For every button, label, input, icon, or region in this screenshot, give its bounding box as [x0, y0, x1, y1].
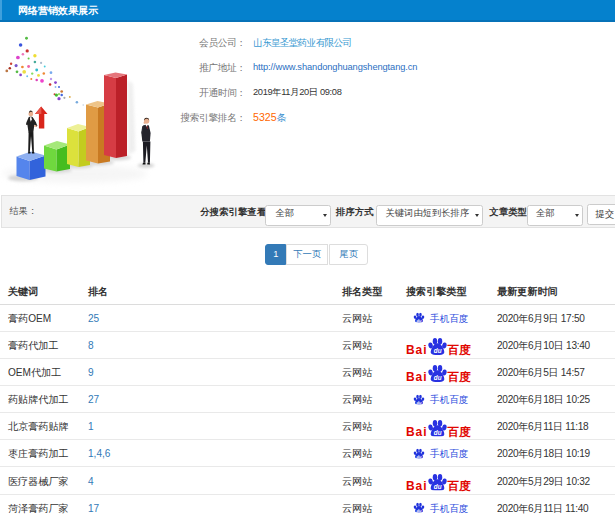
info-row: 会员公司：山东皇圣堂药业有限公司 — [0, 36, 615, 49]
col-updated: 最新更新时间 — [497, 284, 558, 297]
table-row: 北京膏药贴牌1云网站Baidu百度2020年6月11日 11:18 — [0, 413, 615, 440]
sort-select-value: 关键词由短到长排序 — [386, 208, 470, 219]
chevron-down-icon — [323, 214, 327, 217]
table-row: 枣庄膏药加工1,4,6云网站du手机百度2020年6月18日 10:19 — [0, 440, 615, 467]
updated-cell: 2020年6月18日 10:19 — [497, 447, 590, 460]
info-row: 搜索引擎排名：5325条 — [0, 111, 615, 124]
pagination: 1 下一页 尾页 — [265, 244, 368, 265]
table-row: 医疗器械厂家4云网站Baidu百度2020年5月29日 10:32 — [0, 467, 615, 494]
baidu-logo-text-cn: 百度 — [447, 426, 470, 438]
engine-cell: Baidu百度 — [406, 363, 471, 381]
rank-cell[interactable]: 1,4,6 — [88, 447, 110, 460]
svg-text:du: du — [417, 318, 422, 323]
info-row: 开通时间：2019年11月20日 09:08 — [0, 86, 615, 99]
rank-count: 5325 — [253, 111, 277, 123]
mobile-baidu-label: 手机百度 — [430, 501, 468, 514]
rank-type-cell: 云网站 — [342, 393, 372, 406]
keyword-cell: 北京膏药贴牌 — [8, 420, 69, 433]
rank-type-cell: 云网站 — [342, 420, 372, 433]
result-label: 结果： — [10, 205, 38, 218]
table-row: 膏药OEM25云网站du手机百度2020年6月9日 17:50 — [0, 305, 615, 332]
info-value-company[interactable]: 山东皇圣堂药业有限公司 — [253, 36, 352, 49]
submit-button[interactable]: 提交 — [587, 204, 615, 225]
col-rank: 排名 — [88, 284, 108, 297]
svg-text:du: du — [434, 375, 442, 382]
type-select[interactable]: 全部 — [527, 205, 583, 226]
svg-text:du: du — [417, 399, 422, 404]
updated-cell: 2020年6月9日 17:50 — [497, 311, 585, 324]
rank-cell[interactable]: 27 — [88, 393, 99, 406]
engine-select-value: 全部 — [276, 208, 295, 219]
rank-type-cell: 云网站 — [342, 311, 372, 324]
keyword-cell: OEM代加工 — [8, 365, 61, 378]
chevron-down-icon — [475, 214, 479, 217]
rank-type-cell: 云网站 — [342, 447, 372, 460]
filter-bar: 结果： 分搜索引擎查看 全部 排序方式 关键词由短到长排序 文章类型 全部 — [1, 195, 615, 228]
baidu-logo-text-bai: Bai — [406, 426, 427, 438]
table-row: OEM代加工9云网站Baidu百度2020年6月5日 14:57 — [0, 359, 615, 386]
col-rank-type: 排名类型 — [342, 284, 382, 297]
svg-text:du: du — [434, 429, 442, 436]
baidu-paw-icon: du — [412, 503, 426, 513]
col-engine-type: 搜索引擎类型 — [406, 284, 467, 297]
type-select-value: 全部 — [536, 208, 555, 219]
svg-text:du: du — [417, 454, 422, 459]
page-1-button[interactable]: 1 — [265, 244, 286, 265]
businessman-right — [141, 118, 150, 165]
baidu-logo-text-cn: 百度 — [447, 344, 470, 356]
engine-cell: du手机百度 — [406, 393, 468, 406]
baidu-logo-text-bai: Bai — [406, 480, 427, 492]
baidu-logo-text-bai: Bai — [406, 371, 427, 383]
title-bar: 网络营销效果展示 — [0, 0, 615, 22]
table-row: 菏泽膏药厂家17云网站du手机百度2020年6月11日 11:40 — [0, 495, 615, 520]
baidu-logo-text-cn: 百度 — [447, 480, 470, 492]
updated-cell: 2020年6月11日 11:18 — [497, 420, 588, 433]
info-value-url[interactable]: http://www.shandonghuangshengtang.cn — [253, 61, 417, 74]
rank-cell[interactable]: 1 — [88, 420, 94, 433]
baidu-paw-icon: du — [412, 394, 426, 404]
engine-cell: du手机百度 — [406, 447, 468, 460]
engine-cell: Baidu百度 — [406, 336, 471, 354]
chevron-down-icon — [575, 214, 579, 217]
engine-cell: du手机百度 — [406, 501, 468, 514]
rank-type-cell: 云网站 — [342, 365, 372, 378]
col-keyword: 关键词 — [8, 284, 38, 297]
last-page-button[interactable]: 尾页 — [329, 244, 368, 265]
rank-cell[interactable]: 9 — [88, 365, 94, 378]
rank-cell[interactable]: 25 — [88, 311, 99, 324]
baidu-paw-icon: du — [412, 448, 426, 458]
rank-cell[interactable]: 17 — [88, 501, 99, 514]
type-filter-label: 文章类型 — [490, 206, 528, 219]
updated-cell: 2020年6月10日 13:40 — [497, 338, 590, 351]
keyword-cell: 菏泽膏药厂家 — [8, 501, 69, 514]
info-value-count: 5325条 — [253, 111, 286, 124]
rank-cell[interactable]: 8 — [88, 338, 94, 351]
baidu-paw-icon: du — [428, 419, 447, 437]
svg-text:du: du — [434, 483, 442, 490]
engine-filter-label: 分搜索引擎查看 — [200, 206, 266, 219]
rank-type-cell: 云网站 — [342, 338, 372, 351]
titlebar-left-edge — [0, 0, 2, 20]
next-page-button[interactable]: 下一页 — [286, 244, 327, 265]
baidu-logo-text-bai: Bai — [406, 344, 427, 356]
info-label: 开通时间： — [199, 86, 246, 99]
baidu-logo-text-cn: 百度 — [447, 372, 470, 384]
keyword-cell: 药贴牌代加工 — [8, 393, 69, 406]
table-row: 药贴牌代加工27云网站du手机百度2020年6月18日 10:25 — [0, 386, 615, 413]
sort-filter-label: 排序方式 — [336, 206, 374, 219]
mobile-baidu-label: 手机百度 — [430, 447, 468, 460]
engine-select[interactable]: 全部 — [265, 205, 332, 226]
rank-cell[interactable]: 4 — [88, 474, 94, 487]
baidu-paw-icon: du — [428, 365, 447, 383]
engine-cell: Baidu百度 — [406, 472, 471, 490]
baidu-paw-icon: du — [428, 473, 447, 491]
mobile-baidu-label: 手机百度 — [430, 311, 468, 324]
rank-count-unit: 条 — [277, 112, 287, 123]
keyword-cell: 医疗器械厂家 — [8, 474, 69, 487]
rank-type-cell: 云网站 — [342, 474, 372, 487]
growth-chart-illustration — [0, 24, 192, 194]
sort-select[interactable]: 关键词由短到长排序 — [376, 205, 483, 226]
svg-text:du: du — [434, 347, 442, 354]
info-row: 推广地址：http://www.shandonghuangshengtang.c… — [0, 61, 615, 74]
baidu-paw-icon: du — [412, 313, 426, 323]
